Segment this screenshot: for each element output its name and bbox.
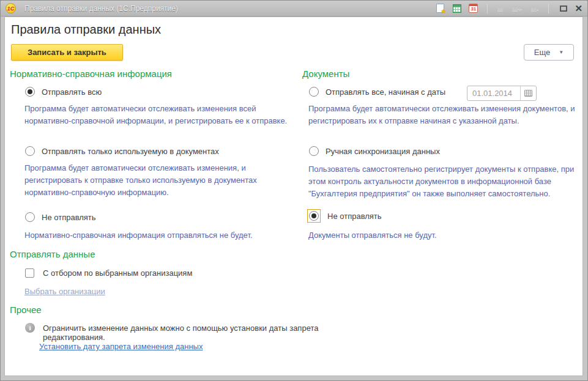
radio-nsi-send-all[interactable]: Отправлять всю [25, 87, 102, 97]
maximize-button[interactable] [560, 6, 567, 12]
section-header-send-data: Отправлять данные [10, 249, 95, 259]
select-organizations-link[interactable]: Выбрать организации [24, 287, 105, 296]
radio-docs-manual-sync[interactable]: Ручная синхронизация данных [309, 146, 440, 156]
memory-m-plus-button: M+ [510, 5, 524, 12]
memory-m-button: M [496, 5, 505, 12]
radio-label: Не отправлять [327, 212, 382, 221]
radio-docs-from-date[interactable]: Отправлять все, начиная с даты [309, 87, 445, 97]
favorites-icon[interactable]: ★ [435, 3, 446, 14]
more-button[interactable]: Еще ▼ [524, 44, 574, 61]
calculator-icon[interactable] [452, 3, 463, 14]
radio-nsi-used-only[interactable]: Отправлять только используемую в докумен… [25, 146, 219, 156]
hint-docs-none: Документы отправляться не будут. [308, 229, 576, 242]
focus-ring [307, 209, 321, 223]
checkbox-label: С отбором по выбранным организациям [43, 268, 192, 278]
info-text: Ограничить изменение данных можно с помо… [43, 324, 380, 342]
titlebar-separator [487, 4, 488, 13]
radio-icon [25, 146, 35, 156]
set-restriction-date-link[interactable]: Установить дату запрета изменения данных [39, 342, 203, 351]
radio-docs-none[interactable]: Не отправлять [307, 209, 382, 223]
checkbox-filter-by-organizations[interactable]: С отбором по выбранным организациям [25, 268, 192, 278]
radio-icon [25, 87, 35, 97]
app-window: 1С Правила отправки данных (1С:Предприят… [0, 0, 588, 381]
info-icon: i [25, 323, 35, 333]
radio-label: Отправлять всю [42, 87, 102, 97]
radio-icon [309, 211, 319, 221]
save-and-close-button[interactable]: Записать и закрыть [11, 44, 123, 61]
radio-nsi-none[interactable]: Не отправлять [25, 212, 96, 222]
window-title: Правила отправки данных (1С:Предприятие) [24, 4, 178, 13]
radio-label: Ручная синхронизация данных [326, 147, 440, 156]
hint-docs-from-date: Программа будет автоматически отслеживат… [308, 103, 576, 127]
radio-icon [309, 146, 319, 156]
radio-label: Не отправлять [42, 213, 96, 222]
section-header-other: Прочее [10, 305, 42, 315]
radio-icon [25, 212, 35, 222]
hint-nsi-none: Нормативно-справочная информация отправл… [24, 229, 289, 242]
radio-icon [309, 87, 319, 97]
radio-label: Отправлять только используемую в докумен… [42, 147, 219, 156]
hint-nsi-used-only: Программа будет автоматически отслеживат… [24, 162, 289, 199]
date-picker-button[interactable] [520, 86, 536, 100]
info-row: i Ограничить изменение данных можно с по… [25, 324, 380, 342]
titlebar: 1С Правила отправки данных (1С:Предприят… [1, 1, 587, 17]
section-header-documents: Документы [302, 68, 349, 79]
hint-nsi-send-all: Программа будет автоматически отслеживат… [24, 103, 289, 127]
titlebar-separator [548, 4, 549, 13]
section-header-nsi: Нормативно-справочная информация [10, 68, 172, 79]
close-button[interactable]: ✕ [575, 4, 582, 13]
hint-docs-manual-sync: Пользователь самостоятельно регистрирует… [308, 163, 576, 200]
calendar-icon[interactable]: 31 [468, 3, 479, 14]
calendar-grid-icon [524, 90, 532, 97]
radio-label: Отправлять все, начиная с даты [326, 87, 445, 97]
1c-app-icon: 1С [6, 3, 16, 13]
memory-m-minus-button: M- [529, 5, 541, 12]
page-title: Правила отправки данных [11, 23, 161, 37]
checkbox-icon [25, 268, 34, 278]
chevron-down-icon: ▼ [559, 50, 564, 55]
form-content: Правила отправки данных Записать и закры… [4, 17, 583, 376]
start-date-value: 01.01.2014 [467, 86, 520, 100]
more-button-label: Еще [534, 48, 550, 57]
start-date-field[interactable]: 01.01.2014 [467, 86, 537, 101]
